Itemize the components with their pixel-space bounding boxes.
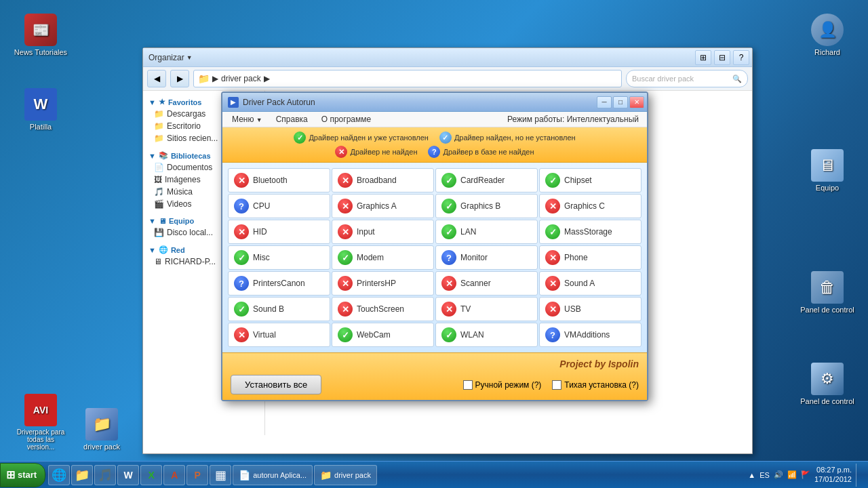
driver-cell-tv[interactable]: ✕TV bbox=[435, 297, 538, 321]
autorun-icon-small: 📄 bbox=[239, 470, 250, 481]
desktop-icon-word[interactable]: W Platilla bbox=[14, 88, 68, 131]
driver-cell-input[interactable]: ✕Input bbox=[332, 220, 434, 244]
taskbar-item-word[interactable]: W bbox=[117, 465, 139, 485]
driver-name-label: Sound A bbox=[564, 279, 595, 288]
legend-notfound-text: Драйвер не найден bbox=[350, 148, 417, 156]
menu-item-about[interactable]: О программе bbox=[315, 113, 378, 125]
driver-cell-vmadditions[interactable]: ?VMAdditions bbox=[539, 323, 642, 347]
taskbar-item-ppt[interactable]: P bbox=[186, 465, 208, 485]
taskbar-item-media[interactable]: 🎵 bbox=[94, 465, 116, 485]
address-text: driver pack bbox=[221, 74, 261, 83]
driver-cell-phone[interactable]: ✕Phone bbox=[539, 245, 642, 270]
driver-cell-graphics-a[interactable]: ✕Graphics A bbox=[332, 194, 434, 218]
equipo-label: Equipo bbox=[816, 184, 839, 192]
driver-cell-monitor[interactable]: ?Monitor bbox=[435, 245, 538, 270]
driver-cell-sound-a[interactable]: ✕Sound A bbox=[539, 271, 642, 296]
legend-notinbase-icon: ? bbox=[428, 146, 440, 158]
dialog-maximize-btn[interactable]: □ bbox=[613, 96, 628, 108]
help-icon[interactable]: ? bbox=[733, 50, 749, 65]
view-icon[interactable]: ⊞ bbox=[695, 50, 711, 65]
driver-status-icon: ✕ bbox=[441, 276, 456, 291]
desktop-icon-driverpack[interactable]: 📁 driver pack bbox=[75, 408, 129, 451]
driver-cell-hid[interactable]: ✕HID bbox=[228, 220, 330, 244]
tray-up-arrow[interactable]: ▲ bbox=[748, 471, 755, 479]
driver-cell-cpu[interactable]: ?CPU bbox=[228, 194, 330, 218]
taskbar-item-ie[interactable]: 🌐 bbox=[48, 465, 70, 485]
taskbar-item-excel[interactable]: X bbox=[140, 465, 162, 485]
tray-show-desktop[interactable] bbox=[856, 464, 861, 487]
silent-install-checkbox-item[interactable]: Тихая установка (?) bbox=[552, 380, 639, 390]
dialog-close-btn[interactable]: ✕ bbox=[629, 96, 644, 108]
driver-cell-bluetooth[interactable]: ✕Bluetooth bbox=[228, 168, 330, 192]
dialog-minimize-btn[interactable]: ─ bbox=[597, 96, 612, 108]
menu-item-help[interactable]: Справка bbox=[269, 113, 315, 125]
driver-cell-wlan[interactable]: ✓WLAN bbox=[435, 323, 538, 347]
driver-cell-graphics-c[interactable]: ✕Graphics C bbox=[539, 194, 642, 218]
driver-cell-broadband[interactable]: ✕Broadband bbox=[332, 168, 434, 192]
taskbar: ⊞ start 🌐 📁 🎵 W X A P ▦ 📄 autorun Aplica… bbox=[0, 461, 868, 488]
desktop-icon-equipo[interactable]: 🖥 Equipo bbox=[800, 149, 854, 192]
driver-cell-webcam[interactable]: ✓WebCam bbox=[332, 323, 434, 347]
desktop-icon-avi[interactable]: AVI Driverpack para todas las version... bbox=[14, 394, 68, 451]
dialog-title-text: Driver Pack Autorun bbox=[243, 98, 315, 107]
driver-status-icon: ✕ bbox=[338, 173, 353, 188]
driver-name-label: CPU bbox=[253, 201, 270, 211]
driver-status-icon: ✓ bbox=[441, 173, 456, 188]
driver-name-label: Bluetooth bbox=[253, 176, 288, 185]
taskbar-item-app[interactable]: ▦ bbox=[210, 465, 231, 485]
search-bar[interactable]: Buscar driver pack 🔍 bbox=[626, 70, 748, 87]
network-icon: 🖥 bbox=[154, 257, 162, 266]
news-label: News Tutoriales bbox=[14, 48, 67, 56]
desktop-icon-panel[interactable]: ⚙ Panel de control bbox=[800, 363, 854, 405]
forward-btn[interactable]: ▶ bbox=[170, 70, 189, 87]
driver-cell-graphics-b[interactable]: ✓Graphics B bbox=[435, 194, 538, 218]
driver-cell-usb[interactable]: ✕USB bbox=[539, 297, 642, 321]
tray-action-icon[interactable]: 🚩 bbox=[801, 470, 810, 479]
driver-status-icon: ✕ bbox=[338, 276, 353, 291]
driver-cell-virtual[interactable]: ✕Virtual bbox=[228, 323, 330, 347]
install-all-btn[interactable]: Установить все bbox=[231, 375, 321, 394]
taskbar-item-folder[interactable]: 📁 bbox=[71, 465, 93, 485]
legend-ok-icon: ✓ bbox=[294, 131, 306, 144]
start-button[interactable]: ⊞ start bbox=[0, 463, 45, 487]
driver-cell-misc[interactable]: ✓Misc bbox=[228, 245, 330, 270]
driver-cell-chipset[interactable]: ✓Chipset bbox=[539, 168, 642, 192]
driver-cell-cardreader[interactable]: ✓CardReader bbox=[435, 168, 538, 192]
driver-name-label: Scanner bbox=[460, 279, 491, 288]
explorer-toolbar-organize[interactable]: Organizar ▼ bbox=[149, 53, 193, 62]
desktop-icon-news[interactable]: 📰 News Tutoriales bbox=[14, 14, 68, 56]
start-label: start bbox=[18, 470, 37, 480]
desktop-icon-papelera[interactable]: 🗑 Panel de control bbox=[800, 271, 854, 314]
dialog-bottom: Project by Ispolin Установить все Ручной… bbox=[222, 352, 647, 400]
driver-cell-printerscanon[interactable]: ?PrintersCanon bbox=[228, 271, 330, 296]
driver-cell-lan[interactable]: ✓LAN bbox=[435, 220, 538, 244]
driver-cell-sound-b[interactable]: ✓Sound B bbox=[228, 297, 330, 321]
richard-icon: 👤 bbox=[811, 14, 844, 46]
driver-cell-scanner[interactable]: ✕Scanner bbox=[435, 271, 538, 296]
taskbar-item-access[interactable]: A bbox=[163, 465, 185, 485]
driver-cell-modem[interactable]: ✓Modem bbox=[332, 245, 434, 270]
checkboxes: Ручной режим (?) Тихая установка (?) bbox=[463, 380, 639, 390]
driver-name-label: TV bbox=[460, 304, 471, 314]
split-view-icon[interactable]: ⊟ bbox=[714, 50, 730, 65]
taskbar-item-driver[interactable]: 📁 driver pack bbox=[314, 465, 377, 485]
tray-language: ES bbox=[760, 471, 770, 479]
driver-cell-touchscreen[interactable]: ✕TouchScreen bbox=[332, 297, 434, 321]
address-bar[interactable]: 📁 ▶ driver pack ▶ bbox=[193, 70, 622, 87]
driver-status-icon: ✕ bbox=[545, 276, 560, 291]
tray-volume-icon[interactable]: 🔊 bbox=[774, 470, 783, 479]
menu-item-menu[interactable]: Меню ▼ bbox=[225, 113, 269, 125]
driver-name-label: Graphics A bbox=[357, 201, 397, 211]
silent-install-checkbox[interactable] bbox=[552, 380, 561, 390]
tray-network-icon[interactable]: 📶 bbox=[787, 470, 797, 479]
taskbar-item-autorun[interactable]: 📄 autorun Aplica... bbox=[233, 465, 313, 485]
dialog-title: ▶ Driver Pack Autorun bbox=[228, 97, 315, 108]
driver-status-icon: ✓ bbox=[545, 224, 560, 239]
driver-cell-massstorage[interactable]: ✓MassStorage bbox=[539, 220, 642, 244]
videos-icon: 🎬 bbox=[154, 199, 164, 209]
manual-mode-checkbox[interactable] bbox=[463, 380, 473, 390]
desktop-icon-richard[interactable]: 👤 Richard bbox=[800, 14, 854, 56]
manual-mode-checkbox-item[interactable]: Ручной режим (?) bbox=[463, 380, 542, 390]
back-btn[interactable]: ◀ bbox=[147, 70, 166, 87]
driver-cell-printershp[interactable]: ✕PrintersHP bbox=[332, 271, 434, 296]
